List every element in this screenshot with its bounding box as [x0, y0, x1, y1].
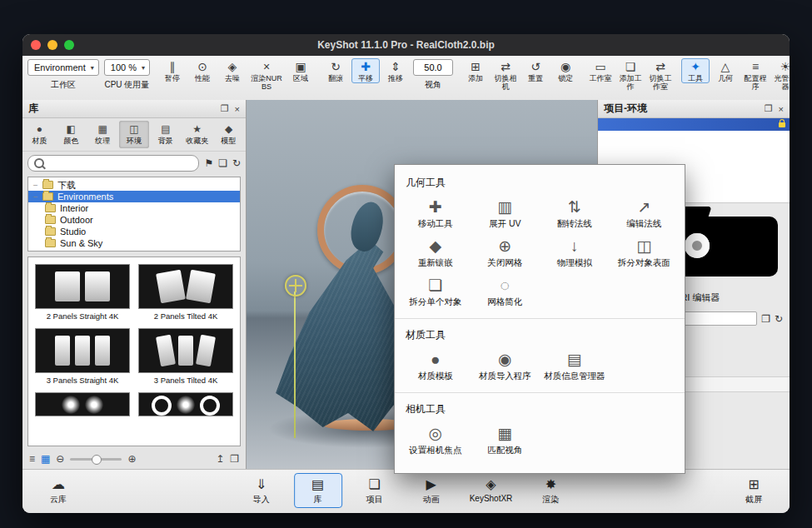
minimize-window-button[interactable]	[47, 40, 57, 50]
tab-label: 纹理	[95, 136, 110, 147]
slider-knob[interactable]	[92, 455, 102, 465]
studio-button[interactable]: ▭ 工作室	[586, 58, 615, 83]
manipulator-crosshair[interactable]	[285, 275, 306, 296]
list-view-icon[interactable]: ≡	[29, 453, 35, 465]
refresh-icon[interactable]: ↻	[775, 314, 783, 324]
cpu-usage-dropdown[interactable]: 100 % ▾	[104, 59, 150, 76]
import-environment-icon[interactable]: ⚑	[204, 158, 213, 168]
project-panel-header: 项目-环境 ❐ ×	[598, 100, 790, 118]
tab-favorites[interactable]: ★ 收藏夹	[182, 121, 212, 148]
render-nurbs-button[interactable]: × 渲染NURBS	[248, 58, 285, 92]
reset-camera-button[interactable]: ↺ 重置	[521, 58, 550, 83]
flip-normals-item[interactable]: ⇅ 翻转法线	[540, 194, 610, 232]
folder-icon	[45, 204, 56, 212]
zoom-in-icon[interactable]: ⊕	[127, 453, 136, 465]
tab-backplates[interactable]: ▤ 背景	[150, 121, 181, 148]
material-importer-item[interactable]: ◉ 材质导入程序	[471, 346, 541, 384]
zoom-window-button[interactable]	[64, 40, 74, 50]
cloud-library-button[interactable]: ☁ 云库	[34, 473, 82, 508]
cpu-usage-label: CPU 使用量	[104, 79, 149, 91]
tools-button[interactable]: ✦ 工具	[681, 58, 710, 83]
screenshot-button[interactable]: ⊞ 截屏	[730, 473, 778, 508]
tab-colors[interactable]: ◧ 颜色	[56, 121, 87, 148]
refresh-icon[interactable]: ↻	[232, 158, 241, 168]
thumbnail-size-slider[interactable]	[70, 458, 122, 461]
render-button[interactable]: ✸ 渲染	[526, 473, 575, 508]
close-mesh-item[interactable]: ⊕ 关闭网格	[471, 233, 541, 271]
add-studio-button[interactable]: ❏ 添加工作	[616, 58, 645, 92]
tree-item-downloads[interactable]: – 下载	[28, 179, 240, 191]
view-angle-input[interactable]	[413, 59, 453, 76]
thumbnail-2-panels-straight[interactable]: 2 Panels Straight 4K	[35, 264, 130, 321]
bottom-toolbar: ☁ 云库 ⇓ 导入 ▤ 库 ❏ 项目 ▶ 动画 ◈ KeySho	[22, 469, 790, 513]
tab-textures[interactable]: ▦ 纹理	[87, 121, 118, 148]
split-object-surfaces-item[interactable]: ◫ 拆分对象表面	[610, 233, 680, 271]
search-box[interactable]	[27, 155, 199, 172]
thumbnail-partial[interactable]	[138, 392, 233, 416]
dolly-button[interactable]: ⇕ 推移	[381, 58, 410, 83]
tab-environments[interactable]: ◫ 环境	[119, 121, 150, 148]
unwrap-uv-icon: ▥	[497, 198, 512, 218]
undock-panel-icon[interactable]: ❐	[765, 103, 773, 114]
performance-button[interactable]: ⊙ 性能	[188, 58, 217, 83]
thumbnail-3-panels-straight[interactable]: 3 Panels Straight 4K	[35, 328, 130, 385]
search-input[interactable]	[48, 157, 192, 169]
material-templates-item[interactable]: ● 材质模板	[401, 346, 471, 384]
tumble-button[interactable]: ↻ 翻滚	[321, 58, 350, 83]
upload-icon[interactable]: ↥	[216, 453, 224, 465]
edit-normals-item[interactable]: ↗ 编辑法线	[610, 194, 680, 232]
switch-camera-button[interactable]: ⇄ 切换相机	[491, 58, 520, 92]
set-camera-focus-item[interactable]: ◎ 设置相机焦点	[401, 421, 471, 458]
thumbnail-2-panels-tilted[interactable]: 2 Panels Tilted 4K	[138, 264, 233, 321]
add-folder-icon[interactable]: ❏	[218, 158, 227, 168]
undock-panel-icon[interactable]: ❐	[221, 103, 229, 114]
cpu-group: 100 % ▾ CPU 使用量	[104, 59, 150, 91]
library-button[interactable]: ▤ 库	[294, 473, 342, 508]
lock-camera-button[interactable]: ◉ 锁定	[551, 58, 580, 83]
tree-item-outdoor[interactable]: Outdoor	[28, 214, 240, 226]
close-window-button[interactable]	[31, 40, 41, 50]
traffic-lights	[31, 40, 74, 50]
workspace-dropdown[interactable]: Environment ▾	[27, 59, 99, 76]
hdri-preview-image[interactable]	[671, 217, 778, 276]
move-tool-item[interactable]: ✚ 移动工具	[401, 194, 471, 232]
region-button[interactable]: ▣ 区域	[286, 58, 315, 83]
tree-item-interior[interactable]: Interior	[28, 202, 240, 214]
unwrap-uv-item[interactable]: ▥ 展开 UV	[471, 194, 541, 232]
import-button[interactable]: ⇓ 导入	[237, 473, 286, 508]
denoise-button[interactable]: ◈ 去噪	[218, 58, 247, 83]
menu-item-label: 物理模拟	[557, 257, 592, 267]
retessellate-item[interactable]: ◆ 重新镶嵌	[401, 233, 471, 271]
close-panel-icon[interactable]: ×	[235, 104, 240, 114]
tab-models[interactable]: ◆ 模型	[213, 121, 244, 148]
split-separate-objects-item[interactable]: ❏ 拆分单个对象	[401, 272, 471, 310]
configurator-button[interactable]: ≡ 配置程序	[741, 58, 770, 92]
project-button[interactable]: ❏ 项目	[351, 473, 399, 508]
light-manager-button[interactable]: ☀ 光管理器	[771, 58, 790, 92]
close-panel-icon[interactable]: ×	[779, 104, 784, 114]
geometry-button[interactable]: △ 几何	[711, 58, 740, 83]
add-camera-button[interactable]: ⊞ 添加	[461, 58, 490, 83]
manipulator-axis-line[interactable]	[294, 291, 296, 438]
thumbnail-3-panels-tilted[interactable]: 3 Panels Tilted 4K	[138, 328, 233, 385]
grid-view-icon[interactable]: ▦	[41, 453, 50, 465]
tree-item-environments[interactable]: – Environments	[28, 191, 240, 202]
selected-environment-row[interactable]	[598, 118, 790, 131]
animation-button[interactable]: ▶ 动画	[407, 473, 456, 508]
tree-item-sun-sky[interactable]: Sun & Sky	[28, 237, 240, 249]
match-perspective-item[interactable]: ▦ 匹配视角	[471, 421, 541, 458]
open-folder-icon[interactable]: ❐	[230, 453, 239, 465]
switch-studio-button[interactable]: ⇄ 切换工作室	[646, 58, 675, 92]
pause-button[interactable]: ∥ 暂停	[158, 58, 187, 83]
open-folder-icon[interactable]: ❐	[761, 314, 770, 324]
zoom-out-icon[interactable]: ⊖	[56, 453, 64, 465]
pan-button[interactable]: ✚ 平移	[351, 58, 380, 83]
material-info-manager-item[interactable]: ▤ 材质信息管理器	[540, 346, 610, 384]
button-label: 锁定	[552, 74, 579, 82]
tab-materials[interactable]: ● 材质	[24, 121, 55, 148]
physics-simulation-item[interactable]: ↓ 物理模拟	[540, 233, 610, 271]
keyshotxr-button[interactable]: ◈ KeyShotXR	[464, 473, 519, 508]
thumbnail-partial[interactable]	[35, 392, 130, 416]
mesh-simplify-item[interactable]: ◌ 网格简化	[471, 272, 541, 310]
tree-item-studio[interactable]: Studio	[28, 226, 240, 237]
